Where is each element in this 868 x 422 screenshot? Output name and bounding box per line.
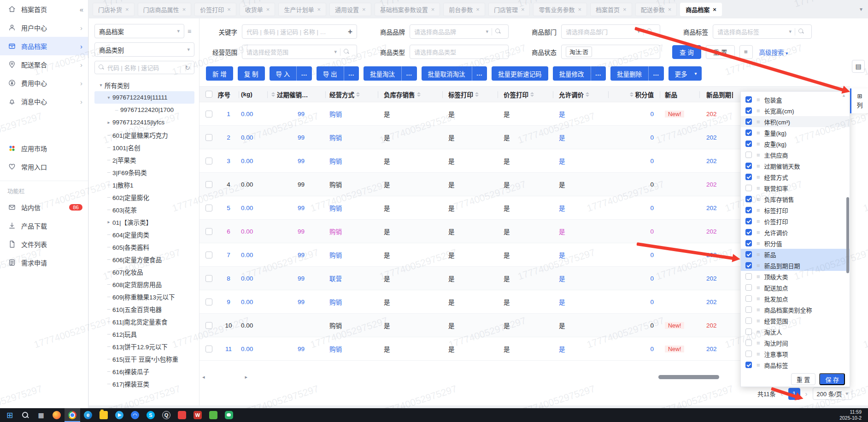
sort-icon[interactable] [271,92,275,97]
column-header-积分值[interactable]: 积分值 [609,87,660,102]
sidebar-item-home[interactable]: 档案首页« [0,0,88,18]
drag-handle-icon[interactable]: ≡ [757,163,760,170]
collapse-sidebar-icon[interactable]: « [80,6,82,13]
tree-node[interactable]: –616|裸装瓜子 [94,365,194,377]
caret-open-icon[interactable]: ▾ [97,82,105,88]
tree-node[interactable]: –608|定货厨房用品 [94,278,194,290]
checkbox-icon[interactable] [745,284,752,291]
checkbox-icon[interactable] [745,262,752,269]
split-more-icon[interactable]: … [591,66,606,81]
brand-select[interactable]: 请选择商品品牌 ▾ [410,24,509,39]
scope-select[interactable]: 请选择经营范围 ▾ [242,45,357,59]
chooser-item-允许调价[interactable]: ≡允许调价 [741,227,850,238]
tree-node[interactable]: –601|定量糖果巧克力 [94,129,194,141]
close-icon[interactable]: × [125,6,129,13]
checkbox-icon[interactable] [745,306,752,313]
panel-collapse-icon[interactable]: ≡ [184,28,194,35]
seq-cell[interactable]: 10 [218,322,239,329]
points-cell[interactable]: 0 [609,275,660,282]
points-cell[interactable]: 0 [609,299,660,305]
mode-cell[interactable]: 购销 [326,250,378,259]
chooser-item-联营扣率[interactable]: ≡联营扣率 [741,182,850,193]
checkbox-icon[interactable] [745,351,752,357]
close-icon[interactable]: × [362,6,366,13]
sort-icon[interactable] [586,92,589,97]
tab-生产计划单[interactable]: 生产计划单× [278,3,326,16]
drag-handle-icon[interactable]: ≡ [757,129,760,136]
page-size-select[interactable]: 200 条/页▾ [813,387,852,400]
drag-handle-icon[interactable]: ≡ [757,229,760,236]
taskbar-firefox[interactable] [49,408,65,422]
seq-cell[interactable]: 2 [218,134,239,141]
mode-cell[interactable]: 购销 [326,180,378,189]
tree-node[interactable]: –99767122420|1700 [94,104,194,116]
checkbox-icon[interactable] [205,322,212,329]
checkbox-icon[interactable] [205,228,212,235]
checkbox-icon[interactable] [205,111,212,117]
sort-icon[interactable] [356,92,360,97]
seq-cell[interactable]: 7 [218,252,239,258]
sidebar-item-download[interactable]: 产品下载 [0,217,88,235]
search-icon[interactable] [495,29,501,35]
sidebar-item-user[interactable]: 用户中心› [0,18,88,37]
seq-cell[interactable]: 8 [218,275,239,282]
chooser-item-负库存销售[interactable]: ≡负库存销售 [741,193,850,205]
chooser-item-注意事项[interactable]: ≡注意事项 [741,348,850,359]
mode-cell[interactable]: 购销 [326,203,378,212]
checkbox-icon[interactable] [745,340,752,346]
drag-handle-icon[interactable]: ≡ [757,251,760,258]
close-icon[interactable]: × [578,6,582,13]
taskbar-browser[interactable] [127,408,143,422]
checkbox-icon[interactable] [205,299,212,305]
points-cell[interactable]: 0 [609,158,660,164]
mode-cell[interactable]: 购销 [326,227,378,236]
points-cell[interactable]: 0 [609,205,660,211]
taskbar-clock[interactable]: 11:59 2025-10-2 [839,409,866,421]
chooser-item-淘汰人[interactable]: ≡淘汰人 [741,326,850,337]
tab-收货单[interactable]: 收货单× [240,3,276,16]
tabbar-overflow-icon[interactable]: ▾ [860,6,862,12]
tree-node[interactable]: –605|各类酱料 [94,240,194,253]
tab-门店补货[interactable]: 门店补货× [93,3,135,16]
sort-icon[interactable] [417,92,421,97]
checkbox-icon[interactable] [745,207,752,213]
sidebar-item-heart[interactable]: 常用入口 [0,158,88,176]
chooser-item-长宽高(cm)[interactable]: ≡长宽高(cm) [741,105,850,116]
tree-node[interactable]: –610|五金百货电器 [94,303,194,315]
chooser-item-包装盒[interactable]: ≡包装盒 [741,94,850,105]
checkbox-icon[interactable] [745,118,752,125]
mode-cell[interactable]: 购销 [326,156,378,165]
drag-handle-icon[interactable]: ≡ [757,118,760,125]
points-cell[interactable]: 0 [609,346,660,352]
chooser-item-淘汰时间[interactable]: ≡淘汰时间 [741,337,850,348]
toolbar-button-新增[interactable]: 新 增 [206,66,233,81]
table-settings-icon[interactable]: ▤ [852,60,865,73]
points-cell[interactable]: 0 [609,228,660,235]
drag-handle-icon[interactable]: ≡ [757,240,760,247]
sidebar-item-bell[interactable]: 消息中心› [0,92,88,111]
tree-node[interactable]: –611|南北货定量素食 [94,315,194,328]
points-cell[interactable]: 0 [609,111,660,117]
drag-handle-icon[interactable]: ≡ [757,328,760,335]
chooser-item-主供应商[interactable]: ≡主供应商 [741,149,850,160]
close-icon[interactable]: × [521,6,525,13]
chooser-item-过期催销天数[interactable]: ≡过期催销天数 [741,160,850,171]
taskbar-task-view[interactable]: ▦ [33,408,49,422]
sort-icon[interactable] [530,92,534,97]
tab-商品档案[interactable]: 商品档案× [680,3,722,16]
chooser-save-button[interactable]: 保 存 [819,373,845,385]
checkbox-icon[interactable] [745,251,752,258]
search-icon[interactable] [344,49,350,55]
seq-cell[interactable]: 9 [218,299,239,305]
drag-handle-icon[interactable]: ≡ [757,185,760,192]
column-header-(kg)[interactable]: (kg) [239,87,268,102]
chooser-item-新品[interactable]: ≡新品 [741,249,850,260]
tab-门店商品属性[interactable]: 门店商品属性× [138,3,192,16]
column-header-序号[interactable]: 序号 [218,87,239,102]
tag-select[interactable]: 请选择商品标签 ▾ [713,24,812,39]
taskbar-foxmail[interactable] [174,408,190,422]
drag-handle-icon[interactable]: ≡ [757,196,760,203]
column-config-tab[interactable]: ⊞ 列 [850,88,868,113]
taskbar-telegram[interactable] [111,408,127,422]
category-type-select[interactable]: 商品类别 ▾ [94,42,194,57]
